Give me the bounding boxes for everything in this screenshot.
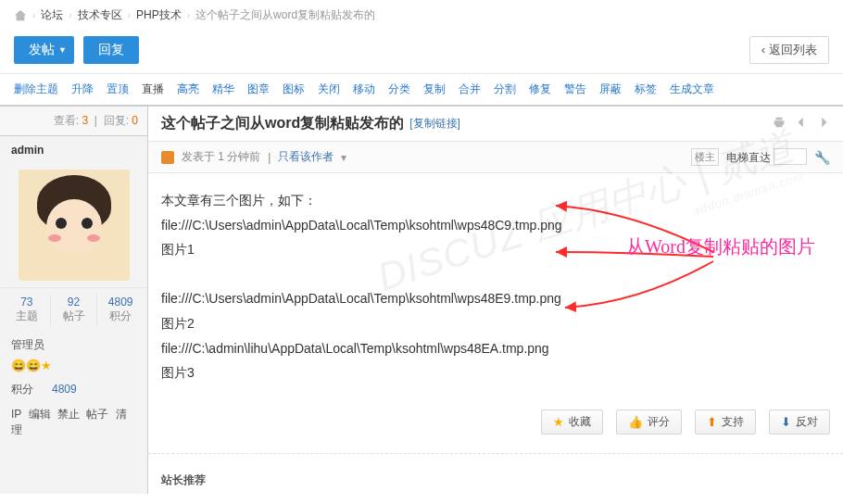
op-edit[interactable]: 编辑 — [29, 408, 51, 421]
thread-title: 这个帖子之间从word复制粘贴发布的 — [161, 114, 404, 133]
mod-12[interactable]: 合并 — [459, 82, 481, 97]
mod-18[interactable]: 生成文章 — [670, 82, 714, 97]
chevron-right-icon: › — [128, 10, 131, 20]
thumb-icon: 👍 — [628, 415, 643, 429]
mod-16[interactable]: 屏蔽 — [599, 82, 622, 97]
print-icon[interactable] — [773, 116, 786, 132]
thread-stats: 查看: 3 | 回复: 0 — [0, 107, 147, 136]
mod-8[interactable]: 关闭 — [318, 82, 340, 97]
mod-5[interactable]: 精华 — [212, 82, 234, 97]
moderator-bar: 删除主题升降置顶直播高亮精华图章图标关闭移动分类复制合并分割修复警告屏蔽标签生成… — [0, 74, 843, 106]
stat-points[interactable]: 4809积分 — [97, 294, 144, 326]
file-path-3: file:///C:\admin\lihu\AppData\Local\Temp… — [161, 336, 830, 361]
oppose-button[interactable]: ⬇反对 — [769, 410, 830, 435]
op-ip[interactable]: IP — [11, 408, 21, 421]
copy-link[interactable]: [复制链接] — [409, 116, 460, 132]
elevator: 电梯直达 — [726, 148, 807, 166]
post-meta: 发表于 1 分钟前 | 只看该作者 ▾ 楼主 电梯直达 🔧 — [148, 142, 843, 173]
crumb-php[interactable]: PHP技术 — [136, 7, 182, 23]
smile-icon: 😄 — [26, 359, 41, 372]
mod-14[interactable]: 修复 — [529, 82, 551, 97]
mod-15[interactable]: 警告 — [564, 82, 586, 97]
stat-posts[interactable]: 92帖子 — [51, 294, 98, 326]
caret-down-icon: ▼ — [58, 45, 67, 55]
arrow-down-icon: ⬇ — [781, 415, 791, 429]
crumb-current: 这个帖子之间从word复制粘贴发布的 — [195, 7, 375, 23]
mod-13[interactable]: 分割 — [494, 82, 516, 97]
support-button[interactable]: ⬆支持 — [695, 410, 756, 435]
mod-11[interactable]: 复制 — [423, 82, 446, 97]
elevator-input[interactable] — [774, 148, 807, 165]
reply-button[interactable]: 回复 — [83, 36, 139, 64]
user-stats: 73主题 92帖子 4809积分 — [0, 287, 147, 332]
chevron-down-icon[interactable]: ▾ — [341, 151, 346, 164]
user-icon — [161, 151, 174, 164]
user-role: 管理员 — [0, 332, 147, 359]
arrow-up-icon: ⬆ — [707, 415, 717, 429]
file-path-2: file:///C:\Users\admin\AppData\Local\Tem… — [161, 286, 830, 311]
img-label-2: 图片2 — [161, 311, 830, 336]
stat-topics[interactable]: 73主题 — [4, 294, 51, 326]
post-actions: ★收藏 👍评分 ⬆支持 ⬇反对 — [148, 400, 843, 444]
recommend-title: 站长推荐 — [148, 453, 843, 494]
back-list-button[interactable]: ‹ 返回列表 — [749, 36, 829, 64]
next-icon[interactable] — [817, 116, 830, 132]
new-post-button[interactable]: 发帖▼ — [14, 36, 74, 64]
mod-6[interactable]: 图章 — [247, 82, 270, 97]
only-author-link[interactable]: 只看该作者 — [278, 149, 333, 165]
chevron-right-icon: › — [32, 10, 35, 20]
points-row: 积分4809 — [0, 378, 147, 401]
mod-7[interactable]: 图标 — [283, 82, 305, 97]
op-ban[interactable]: 禁止 — [57, 408, 80, 421]
wrench-icon[interactable]: 🔧 — [814, 150, 830, 165]
author-name[interactable]: admin — [0, 136, 147, 164]
content-area: 这个帖子之间从word复制粘贴发布的 [复制链接] 发表于 1 分钟前 | 只看… — [148, 107, 843, 494]
mod-4[interactable]: 高亮 — [177, 82, 199, 97]
home-icon[interactable] — [14, 9, 27, 22]
mod-9[interactable]: 移动 — [353, 82, 375, 97]
chevron-right-icon: › — [187, 10, 190, 20]
floor-badge: 楼主 — [691, 148, 719, 166]
sidebar: 查看: 3 | 回复: 0 admin 73主题 92帖子 4809积分 管理员… — [0, 107, 148, 494]
mod-17[interactable]: 标签 — [635, 82, 657, 97]
mod-0[interactable]: 删除主题 — [14, 82, 58, 97]
mod-10[interactable]: 分类 — [388, 82, 410, 97]
post-body: 本文章有三个图片，如下： file:///C:\Users\admin\AppD… — [148, 173, 843, 400]
annotation-text: 从Word复制粘贴的图片 — [626, 229, 815, 264]
avatar[interactable] — [19, 170, 130, 281]
favorite-button[interactable]: ★收藏 — [541, 410, 603, 435]
breadcrumb: › 论坛 › 技术专区 › PHP技术 › 这个帖子之间从word复制粘贴发布的 — [0, 0, 843, 31]
thread-title-row: 这个帖子之间从word复制粘贴发布的 [复制链接] — [148, 107, 843, 142]
img-label-3: 图片3 — [161, 360, 830, 385]
mod-2[interactable]: 置顶 — [107, 82, 129, 97]
rate-button[interactable]: 👍评分 — [616, 410, 682, 435]
star-icon: ★ — [41, 359, 52, 372]
op-post[interactable]: 帖子 — [86, 408, 108, 421]
body-intro: 本文章有三个图片，如下： — [161, 188, 830, 213]
user-ops: IP 编辑 禁止 帖子 清理 — [0, 401, 147, 444]
star-icon: ★ — [553, 415, 564, 429]
prev-icon[interactable] — [795, 116, 808, 132]
crumb-forum[interactable]: 论坛 — [41, 7, 63, 23]
chevron-right-icon: › — [69, 10, 71, 20]
toolbar: 发帖▼ 回复 ‹ 返回列表 — [0, 31, 843, 74]
posted-time: 发表于 1 分钟前 — [182, 149, 260, 165]
chevron-left-icon: ‹ — [761, 43, 769, 57]
mod-3[interactable]: 直播 — [142, 82, 164, 97]
user-badges: 😄😄★ — [0, 359, 147, 378]
smile-icon: 😄 — [11, 359, 26, 372]
mod-1[interactable]: 升降 — [71, 82, 94, 97]
crumb-tech[interactable]: 技术专区 — [78, 7, 122, 23]
